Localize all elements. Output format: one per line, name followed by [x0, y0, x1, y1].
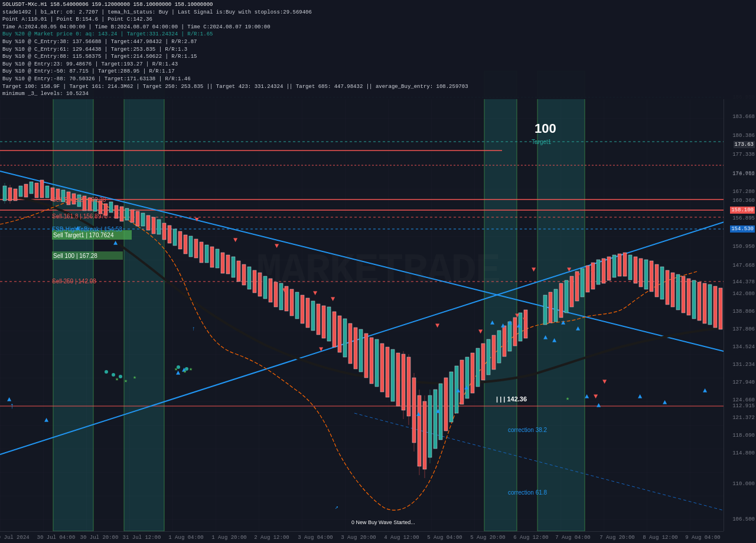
svg-text:▲: ▲ — [585, 392, 589, 401]
price-183: 183.668 — [732, 114, 755, 120]
price-110: 110.000 — [732, 481, 755, 487]
svg-rect-156 — [703, 283, 706, 323]
svg-rect-56 — [189, 236, 193, 257]
info-line-2: stade1492 | b1_atr: c0: 2.7207 | tema_h1… — [2, 9, 754, 17]
svg-text:▲: ▲ — [456, 387, 461, 395]
svg-rect-49 — [152, 217, 155, 234]
svg-text:↗: ↗ — [335, 504, 338, 511]
price-156: 156.895 — [732, 215, 755, 221]
svg-text:↑: ↑ — [9, 401, 14, 411]
time-5aug20: 5 Aug 20:00 — [470, 535, 505, 541]
svg-rect-54 — [178, 231, 182, 249]
svg-rect-111 — [449, 372, 453, 422]
svg-rect-151 — [676, 274, 680, 310]
time-3aug04: 3 Aug 04:00 — [298, 535, 333, 541]
svg-rect-66 — [242, 264, 246, 285]
svg-text:▲: ▲ — [416, 410, 421, 418]
svg-text:▲: ▲ — [638, 392, 643, 401]
svg-rect-149 — [666, 270, 669, 305]
svg-text:▼: ▼ — [594, 392, 598, 401]
svg-text:▼: ▼ — [576, 272, 581, 280]
svg-rect-77 — [301, 295, 304, 323]
svg-rect-27 — [35, 183, 38, 198]
svg-text:▼: ▼ — [313, 289, 318, 297]
price-137: 137.806 — [732, 326, 755, 332]
svg-rect-148 — [660, 267, 664, 299]
svg-rect-138 — [607, 257, 611, 280]
price-114: 114.800 — [732, 450, 755, 456]
svg-rect-61 — [216, 249, 219, 268]
time-30jul04: 30 Jul 04:00 — [37, 535, 76, 541]
svg-rect-94 — [391, 349, 395, 401]
svg-text:Sell Target2 | 160.38: Sell Target2 | 160.38 — [52, 197, 106, 203]
svg-rect-26 — [30, 182, 33, 194]
svg-rect-59 — [205, 245, 208, 263]
svg-rect-44 — [125, 208, 129, 220]
price-160: 160.360 — [732, 198, 755, 204]
svg-rect-64 — [232, 257, 235, 277]
svg-rect-159 — [719, 288, 722, 329]
info-line-6: Buy %10 @ C_Entry:38: 137.56688 | Target… — [2, 38, 754, 46]
svg-text:▼: ▼ — [233, 236, 238, 244]
svg-point-210 — [119, 375, 122, 378]
svg-text:▼: ▼ — [435, 322, 440, 330]
svg-text:▼: ▼ — [275, 242, 279, 250]
svg-text:▲: ▲ — [508, 319, 513, 327]
svg-rect-57 — [194, 239, 198, 258]
svg-text:▼: ▼ — [331, 295, 335, 303]
time-29jul: 29 Jul 2024 — [0, 535, 30, 541]
price-124: 124.660 — [732, 397, 755, 403]
svg-rect-85 — [343, 319, 347, 357]
svg-text:Sell 100 | 167.28: Sell 100 | 167.28 — [53, 253, 97, 259]
svg-rect-114 — [465, 357, 469, 398]
svg-rect-92 — [380, 344, 384, 392]
svg-rect-91 — [375, 339, 379, 387]
svg-rect-158 — [713, 286, 717, 328]
info-line-8: Buy %10 @ C_Entry:88: 115.58375 | Target… — [2, 53, 754, 61]
svg-rect-48 — [146, 215, 150, 230]
svg-text:▲: ▲ — [597, 401, 601, 410]
svg-rect-1 — [0, 71, 735, 531]
svg-text:▼: ▼ — [282, 286, 287, 295]
top-bar: SOLUSDT-MXc.H1 158.54000006 159.12000000… — [0, 0, 756, 99]
svg-rect-81 — [322, 306, 325, 338]
svg-rect-127 — [549, 292, 552, 323]
svg-rect-95 — [396, 353, 400, 406]
svg-rect-146 — [650, 261, 653, 292]
svg-rect-115 — [471, 353, 474, 393]
price-167: 167.280 — [732, 189, 755, 195]
svg-rect-72 — [274, 282, 278, 307]
price-106: 106.500 — [732, 516, 755, 522]
svg-text:0 New Buy Wave Started...: 0 New Buy Wave Started... — [351, 519, 415, 525]
price-axis: 186.950 183.668 180.386 177.338 174.056 … — [724, 71, 756, 531]
info-line-12: Target 100: 158.9F | Target 161: 214.3M6… — [2, 83, 754, 91]
svg-rect-25 — [24, 184, 28, 197]
svg-text:▲: ▲ — [576, 325, 581, 333]
time-6aug12: 6 Aug 12:00 — [513, 535, 548, 541]
price-144: 144.378 — [732, 279, 755, 285]
svg-rect-47 — [141, 213, 145, 226]
svg-rect-136 — [597, 260, 600, 284]
chart-container: MARKETRADE SOLUSDT-MXc.H1 158.54000006 1… — [0, 0, 756, 543]
price-158: 158.100 — [730, 207, 755, 214]
svg-rect-87 — [354, 328, 357, 369]
time-axis: 29 Jul 2024 30 Jul 04:00 30 Jul 20:00 31… — [0, 531, 724, 543]
svg-text:▼: ▼ — [478, 328, 483, 336]
svg-rect-80 — [317, 304, 320, 335]
svg-rect-88 — [359, 329, 363, 372]
svg-rect-82 — [327, 307, 331, 341]
svg-rect-145 — [644, 260, 648, 289]
info-line-3: Point A:110.01 | Point B:154.6 | Point C… — [2, 16, 754, 24]
info-line-1: SOLUSDT-MXc.H1 158.54000006 159.12000000… — [2, 1, 754, 9]
svg-rect-133 — [581, 269, 584, 297]
svg-rect-108 — [434, 390, 437, 449]
svg-rect-3 — [124, 71, 164, 531]
svg-text:▲: ▲ — [464, 384, 469, 392]
svg-rect-50 — [157, 220, 161, 234]
svg-text:▼: ▼ — [523, 316, 527, 324]
svg-text:↑: ↑ — [192, 326, 195, 332]
time-1aug04: 1 Aug 04:00 — [168, 535, 203, 541]
svg-rect-141 — [623, 253, 627, 276]
svg-rect-126 — [543, 295, 547, 325]
time-7aug20: 7 Aug 20:00 — [599, 535, 634, 541]
